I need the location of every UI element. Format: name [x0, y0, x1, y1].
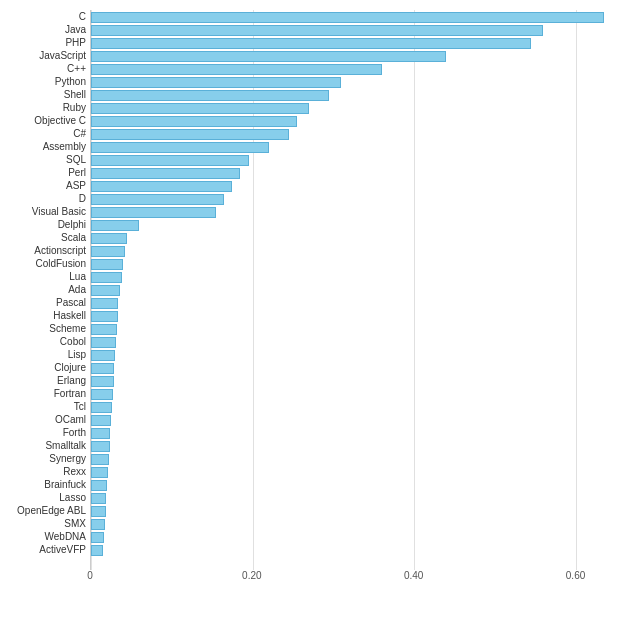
bar-row — [91, 452, 616, 465]
bar — [91, 207, 216, 218]
bar-label: SMX — [64, 517, 90, 530]
bar-row — [91, 387, 616, 400]
bar-label: Lasso — [59, 491, 90, 504]
bar-row — [91, 530, 616, 543]
bar — [91, 298, 118, 309]
bar-row — [91, 348, 616, 361]
bar — [91, 415, 111, 426]
bar-label: WebDNA — [45, 530, 91, 543]
bar — [91, 493, 106, 504]
bar — [91, 480, 107, 491]
bar-row — [91, 322, 616, 335]
bar-row — [91, 309, 616, 322]
x-tick-label: 0 — [87, 570, 93, 581]
bar — [91, 519, 105, 530]
bar — [91, 545, 103, 556]
bar-label: Fortran — [54, 387, 90, 400]
bar — [91, 441, 110, 452]
bar — [91, 51, 446, 62]
bar-label: SQL — [66, 153, 90, 166]
bar-label: C# — [73, 127, 90, 140]
bar-label: ASP — [66, 179, 90, 192]
bar-row — [91, 23, 616, 36]
bar-label: Lisp — [68, 348, 90, 361]
chart-area: CJavaPHPJavaScriptC++PythonShellRubyObje… — [0, 10, 616, 570]
bar-row — [91, 101, 616, 114]
bar-row — [91, 62, 616, 75]
bar-label: Haskell — [53, 309, 90, 322]
bar-row — [91, 244, 616, 257]
bar — [91, 376, 114, 387]
bar-row — [91, 127, 616, 140]
bar-row — [91, 439, 616, 452]
bar — [91, 363, 114, 374]
bar-label: Java — [65, 23, 90, 36]
bar — [91, 259, 123, 270]
bar-row — [91, 413, 616, 426]
bar-label: Assembly — [43, 140, 90, 153]
bar — [91, 90, 329, 101]
bar — [91, 103, 309, 114]
bar-label: OpenEdge ABL — [17, 504, 90, 517]
bar-row — [91, 49, 616, 62]
bar-row — [91, 88, 616, 101]
bar — [91, 428, 110, 439]
bar-row — [91, 517, 616, 530]
chart-container: CJavaPHPJavaScriptC++PythonShellRubyObje… — [0, 0, 626, 620]
bar-label: Rexx — [63, 465, 90, 478]
bar-row — [91, 75, 616, 88]
labels-column: CJavaPHPJavaScriptC++PythonShellRubyObje… — [0, 10, 90, 570]
bar — [91, 350, 115, 361]
bar — [91, 272, 122, 283]
bar — [91, 220, 139, 231]
bar-label: C++ — [67, 62, 90, 75]
bar-label: Actionscript — [34, 244, 90, 257]
bar — [91, 402, 112, 413]
bar — [91, 324, 117, 335]
bar-row — [91, 478, 616, 491]
bar-label: Ada — [68, 283, 90, 296]
bar-label: Shell — [64, 88, 90, 101]
bar-row — [91, 205, 616, 218]
bar-label: Cobol — [60, 335, 90, 348]
bar-row — [91, 153, 616, 166]
bar-row — [91, 270, 616, 283]
bar — [91, 532, 104, 543]
bar-row — [91, 10, 616, 23]
bar-label: Tcl — [74, 400, 90, 413]
bar-label: Brainfuck — [44, 478, 90, 491]
bar — [91, 155, 249, 166]
bar-row — [91, 426, 616, 439]
bar-label: Scala — [61, 231, 90, 244]
bar — [91, 337, 116, 348]
bar — [91, 285, 120, 296]
bar-row — [91, 374, 616, 387]
bar-label: Erlang — [57, 374, 90, 387]
bar-row — [91, 400, 616, 413]
bar-label: Forth — [63, 426, 90, 439]
bar — [91, 467, 108, 478]
bar-label: Synergy — [49, 452, 90, 465]
bar — [91, 311, 118, 322]
bars-column — [90, 10, 616, 570]
x-tick-label: 0.60 — [566, 570, 585, 581]
bar — [91, 194, 224, 205]
bar-label: Lua — [69, 270, 90, 283]
bar-label: Delphi — [58, 218, 90, 231]
bar-row — [91, 36, 616, 49]
bar — [91, 506, 106, 517]
x-tick-label: 0.40 — [404, 570, 423, 581]
bar — [91, 142, 269, 153]
bar-row — [91, 361, 616, 374]
bar-label: ActiveVFP — [39, 543, 90, 556]
bar-row — [91, 140, 616, 153]
bar-label: Clojure — [54, 361, 90, 374]
bar-label: PHP — [65, 36, 90, 49]
bar-label: ColdFusion — [35, 257, 90, 270]
bar-label: Objective C — [34, 114, 90, 127]
bar-row — [91, 114, 616, 127]
bar — [91, 454, 109, 465]
bar — [91, 12, 604, 23]
bar-row — [91, 543, 616, 556]
bar — [91, 129, 289, 140]
